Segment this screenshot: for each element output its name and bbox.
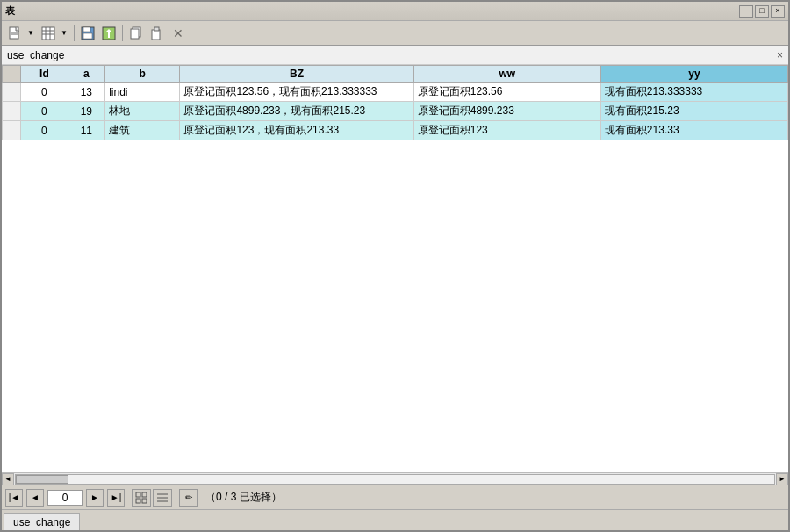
cell-yy: 现有面积215.23: [600, 102, 787, 121]
svg-rect-19: [136, 499, 140, 503]
cell-bz: 原登记面积123.56，现有面积213.333333: [180, 83, 413, 102]
window-label-text: use_change: [7, 49, 64, 61]
table-container[interactable]: Id a b BZ ww yy 013lindi原登记面积123.56，现有面积…: [2, 65, 788, 472]
cell-b: lindi: [105, 83, 180, 102]
new-icon: [8, 26, 22, 40]
header-id[interactable]: Id: [21, 66, 68, 83]
copy-icon: [129, 26, 143, 40]
new-dropdown[interactable]: ▼: [5, 24, 37, 43]
view-buttons: [132, 489, 172, 507]
row-checkbox[interactable]: [3, 83, 21, 102]
svg-rect-14: [131, 29, 139, 39]
export-button[interactable]: [99, 24, 118, 43]
svg-rect-18: [142, 492, 147, 497]
title-bar-buttons: — □ ×: [739, 5, 785, 18]
content-area: Id a b BZ ww yy 013lindi原登记面积123.56，现有面积…: [2, 65, 788, 509]
save-icon: [81, 26, 95, 40]
data-table: Id a b BZ ww yy 013lindi原登记面积123.56，现有面积…: [2, 65, 788, 140]
paste-button[interactable]: [147, 24, 167, 43]
copy-button[interactable]: [126, 24, 146, 43]
status-bar: |◄ ◄ 0 ► ►|: [2, 485, 788, 509]
new-button[interactable]: [5, 24, 25, 43]
separator-2: [122, 25, 123, 41]
cell-bz: 原登记面积4899.233，现有面积215.23: [180, 102, 413, 121]
list-view-icon: [156, 492, 169, 504]
grid-view-button[interactable]: [132, 489, 151, 507]
table-row[interactable]: 019林地原登记面积4899.233，现有面积215.23原登记面积4899.2…: [3, 102, 788, 121]
window-label-bar: use_change ×: [2, 46, 788, 65]
cell-ww: 原登记面积4899.233: [413, 102, 600, 121]
svg-rect-10: [83, 33, 92, 39]
table-row[interactable]: 013lindi原登记面积123.56，现有面积213.333333原登记面积1…: [3, 83, 788, 102]
scroll-right-button[interactable]: ►: [776, 473, 788, 485]
header-checkbox: [3, 66, 21, 83]
export-icon: [102, 26, 116, 40]
svg-rect-16: [154, 27, 159, 31]
svg-rect-9: [83, 27, 90, 32]
maximize-button[interactable]: □: [755, 5, 769, 18]
cell-ww: 原登记面积123.56: [413, 83, 600, 102]
title-bar: 表 — □ ×: [2, 2, 788, 21]
selection-info: （0 / 3 已选择）: [205, 490, 282, 505]
first-page-button[interactable]: |◄: [5, 489, 23, 507]
paste-icon: [150, 26, 164, 40]
table-dropdown[interactable]: ▼: [39, 24, 70, 43]
row-checkbox[interactable]: [3, 121, 21, 140]
cell-id: 0: [21, 102, 68, 121]
header-bz[interactable]: BZ: [180, 66, 413, 83]
edit-icon: ✏: [185, 492, 192, 502]
next-page-button[interactable]: ►: [86, 489, 104, 507]
cell-a: 13: [68, 83, 105, 102]
table-button[interactable]: [39, 24, 58, 43]
header-yy[interactable]: yy: [600, 66, 787, 83]
svg-rect-17: [136, 492, 140, 497]
window-title: 表: [5, 4, 15, 18]
table-row[interactable]: 011建筑原登记面积123，现有面积213.33原登记面积123现有面积213.…: [3, 121, 788, 140]
bottom-tab-use-change[interactable]: use_change: [4, 513, 80, 530]
minimize-button[interactable]: —: [739, 5, 753, 18]
close-button[interactable]: ×: [771, 5, 785, 18]
scrollbar-thumb[interactable]: [16, 475, 68, 484]
last-page-button[interactable]: ►|: [107, 489, 125, 507]
cell-b: 林地: [105, 102, 180, 121]
cell-a: 11: [68, 121, 105, 140]
main-window: 表 — □ × ▼: [0, 0, 790, 532]
cell-yy: 现有面积213.33: [600, 121, 787, 140]
header-a[interactable]: a: [68, 66, 105, 83]
table-dropdown-arrow[interactable]: ▼: [58, 24, 70, 43]
cell-ww: 原登记面积123: [413, 121, 600, 140]
header-ww[interactable]: ww: [413, 66, 600, 83]
svg-rect-15: [152, 30, 160, 40]
table-header-row: Id a b BZ ww yy: [3, 66, 788, 83]
toolbar: ▼ ▼: [2, 21, 788, 46]
bottom-tab-label: use_change: [13, 516, 70, 528]
row-checkbox[interactable]: [3, 102, 21, 121]
cell-bz: 原登记面积123，现有面积213.33: [180, 121, 413, 140]
save-button[interactable]: [78, 24, 97, 43]
header-b[interactable]: b: [105, 66, 180, 83]
table-icon: [41, 26, 55, 40]
cell-id: 0: [21, 121, 68, 140]
svg-rect-3: [42, 27, 54, 40]
prev-page-button[interactable]: ◄: [26, 489, 44, 507]
label-close-button[interactable]: ×: [777, 49, 783, 61]
svg-rect-20: [142, 499, 147, 503]
scrollbar-track[interactable]: [15, 474, 775, 485]
cell-id: 0: [21, 83, 68, 102]
bottom-tab-bar: use_change: [2, 509, 788, 530]
edit-button[interactable]: ✏: [179, 489, 198, 507]
list-view-button[interactable]: [153, 489, 172, 507]
delete-button[interactable]: ✕: [169, 24, 188, 43]
horizontal-scrollbar[interactable]: ◄ ►: [2, 472, 788, 485]
new-dropdown-arrow[interactable]: ▼: [25, 24, 37, 43]
separator-1: [74, 25, 75, 41]
page-input[interactable]: 0: [47, 490, 83, 506]
cell-a: 19: [68, 102, 105, 121]
grid-view-icon: [135, 492, 147, 504]
scroll-left-button[interactable]: ◄: [2, 473, 14, 485]
cell-b: 建筑: [105, 121, 180, 140]
cell-yy: 现有面积213.333333: [600, 83, 787, 102]
